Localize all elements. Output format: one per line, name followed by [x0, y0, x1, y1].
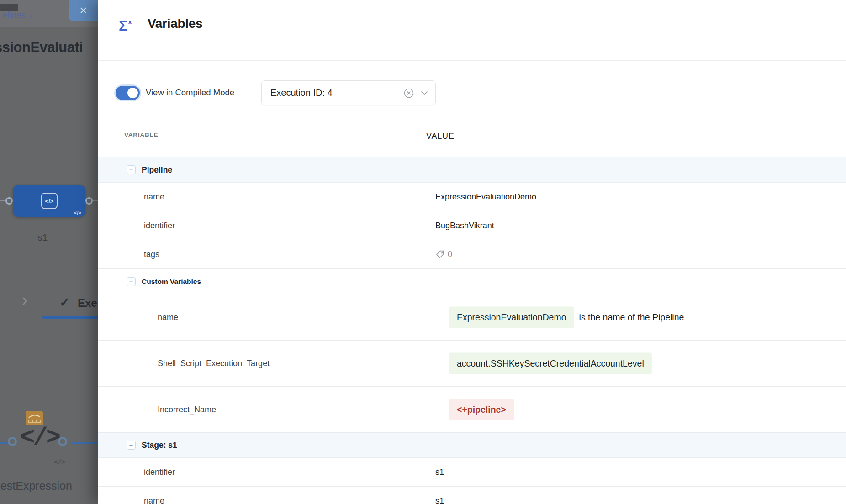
panel-header: Σx Variables [98, 0, 846, 61]
variable-name: name [144, 496, 164, 504]
variables-panel: Σx Variables View in Compiled Mode Execu… [98, 0, 846, 504]
pipeline-connector-line [0, 200, 5, 201]
var-row-custom-variables-incorrect-name: Incorrect_Name<+pipeline> [98, 387, 846, 433]
variable-value: ExpressionEvaluationDemois the name of t… [449, 307, 684, 328]
check-icon: ✓ [59, 295, 70, 310]
chevron-down-icon[interactable] [421, 91, 428, 95]
active-tab-underline [42, 316, 98, 319]
pipeline-connector-dot [85, 197, 93, 205]
step-connector-line [0, 442, 8, 444]
compiled-mode-label: View in Compiled Mode [146, 88, 234, 98]
step-connector-line [71, 442, 98, 444]
column-header-variable: VARIABLE [124, 131, 158, 138]
stage-node-s1[interactable]: </> </> [13, 185, 85, 217]
page-title: ssionEvaluati [0, 39, 83, 56]
tag-count: 0 [448, 250, 452, 259]
variable-name: Shell_Script_Execution_Target [158, 359, 270, 368]
variable-value: s1 [435, 496, 444, 504]
breadcrumb[interactable]: elines› [2, 10, 33, 21]
section-title: Custom Variables [142, 278, 201, 286]
column-header-value: VALUE [426, 131, 455, 141]
var-row-pipeline-name: nameExpressionEvaluationDemo [98, 183, 846, 211]
divider [0, 287, 98, 287]
collapse-icon[interactable]: − [127, 165, 136, 174]
table-header: VARIABLE VALUE [98, 131, 846, 145]
var-row-pipeline-identifier: identifierBugBashVikrant [98, 211, 846, 240]
variables-icon: Σx [119, 17, 132, 34]
collapse-icon[interactable]: − [127, 441, 136, 450]
variable-value: <+pipeline> [449, 399, 514, 420]
section-header-custom-variables: −Custom Variables [98, 269, 846, 294]
value-text: BugBashVikrant [435, 221, 494, 231]
close-button[interactable]: × [69, 0, 98, 21]
clear-selection-icon[interactable] [403, 88, 414, 99]
variable-name: Incorrect_Name [158, 405, 216, 415]
variable-name: identifier [144, 467, 175, 477]
value-suffix: is the name of the Pipeline [579, 312, 684, 323]
chevron-right-icon[interactable]: › [22, 290, 28, 310]
variable-name: name [144, 192, 164, 202]
var-row-pipeline-tags: tags0 [98, 240, 846, 269]
value-text: s1 [435, 467, 444, 477]
value-highlight: account.SSHKeySecretCredentialAccountLev… [449, 353, 652, 374]
value-highlight: <+pipeline> [449, 399, 514, 420]
var-row-custom-variables-name: nameExpressionEvaluationDemois the name … [98, 294, 846, 341]
panel-title: Variables [148, 16, 202, 31]
variables-table-body: −PipelinenameExpressionEvaluationDemoide… [98, 158, 846, 504]
section-title: Pipeline [142, 165, 172, 175]
variable-name: tags [144, 250, 159, 259]
value-text: s1 [435, 496, 444, 504]
dimmed-backdrop: elines› ssionEvaluati </> </> s1 › ✓ Exe [0, 0, 98, 504]
value-text: ExpressionEvaluationDemo [435, 192, 536, 202]
pipeline-connector-line [93, 200, 98, 201]
step-connector-dot [8, 437, 17, 446]
section-header-stage-s1: −Stage: s1 [98, 433, 846, 458]
variable-value: ExpressionEvaluationDemo [435, 192, 536, 202]
screen: elines› ssionEvaluati </> </> s1 › ✓ Exe [0, 0, 846, 504]
var-row-custom-variables-shell-script-execution-target: Shell_Script_Execution_Targetaccount.SSH… [98, 341, 846, 387]
var-row-stage-s1-name: names1 [98, 487, 846, 504]
variable-name: identifier [144, 221, 175, 231]
close-icon: × [80, 4, 87, 17]
collapse-icon[interactable]: − [127, 277, 136, 286]
variable-value: s1 [435, 467, 444, 477]
section-header-pipeline: −Pipeline [98, 158, 846, 183]
variable-value: 0 [435, 250, 452, 259]
breadcrumb-chevron-icon: › [30, 10, 33, 20]
custom-stage-icon: </> [41, 193, 58, 209]
pipeline-connector-dot [5, 197, 13, 205]
code-icon: </> [74, 210, 81, 215]
var-row-stage-s1-identifier: identifiers1 [98, 458, 846, 487]
variable-value: BugBashVikrant [435, 221, 494, 231]
stage-node-label: s1 [37, 232, 48, 243]
variable-value: account.SSHKeySecretCredentialAccountLev… [449, 353, 652, 374]
code-icon: </> [54, 459, 65, 467]
variable-name: name [158, 313, 178, 322]
step-connector-dot [58, 437, 67, 446]
value-highlight: ExpressionEvaluationDemo [449, 307, 574, 328]
step-label: testExpression [0, 479, 72, 493]
tab-execution[interactable]: Exe [78, 297, 97, 310]
toggle-knob [127, 88, 138, 98]
execution-id-select[interactable]: Execution ID: 4 [261, 80, 436, 105]
shell-script-step-icon[interactable]: </> [20, 424, 59, 452]
section-title: Stage: s1 [142, 441, 177, 450]
compiled-mode-toggle[interactable] [116, 86, 140, 100]
nav-logo [0, 4, 18, 10]
execution-id-value: Execution ID: 4 [270, 88, 403, 98]
tag-icon [435, 250, 445, 259]
